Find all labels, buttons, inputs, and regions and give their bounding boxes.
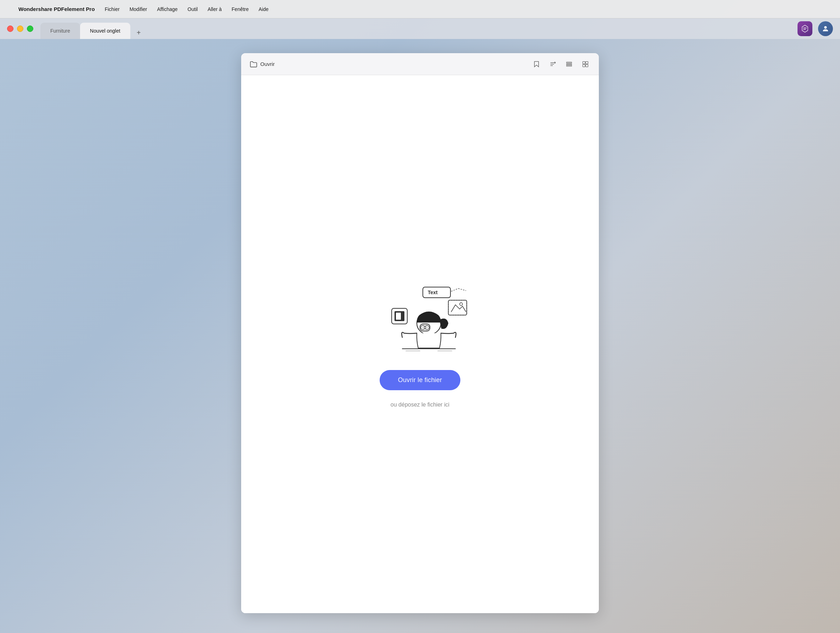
- svg-rect-9: [583, 64, 585, 66]
- menu-affichage[interactable]: Affichage: [157, 6, 177, 12]
- tab-furniture[interactable]: Furniture: [40, 23, 80, 39]
- grid-view-icon[interactable]: [580, 59, 591, 69]
- svg-rect-19: [396, 313, 401, 320]
- svg-point-25: [426, 326, 428, 329]
- grid-view-svg: [582, 61, 589, 68]
- menu-aide[interactable]: Aide: [259, 6, 268, 12]
- svg-line-13: [458, 288, 466, 291]
- svg-rect-4: [567, 62, 572, 63]
- open-label: Ouvrir: [260, 61, 275, 67]
- app-name: Wondershare PDFelement Pro: [18, 6, 95, 12]
- svg-rect-6: [567, 65, 572, 66]
- tab-nouvel-onglet-label: Nouvel onglet: [90, 28, 120, 34]
- maximize-window-button[interactable]: [27, 25, 33, 32]
- main-area: Ouvrir: [0, 39, 840, 633]
- menu-fenetre[interactable]: Fenêtre: [232, 6, 249, 12]
- svg-rect-14: [448, 300, 467, 315]
- minimize-window-button[interactable]: [17, 25, 24, 32]
- sort-icon[interactable]: [548, 59, 558, 69]
- open-file-label: Ouvrir le fichier: [398, 377, 442, 383]
- sort-svg: [549, 61, 556, 68]
- bookmark-svg: [533, 61, 540, 68]
- drop-hint: ou déposez le fichier ici: [391, 402, 449, 408]
- svg-rect-10: [586, 64, 588, 66]
- svg-rect-8: [586, 61, 588, 64]
- traffic-lights: [0, 25, 40, 32]
- svg-line-12: [451, 288, 458, 291]
- list-view-icon[interactable]: [564, 59, 574, 69]
- user-icon: [822, 25, 829, 33]
- tab-nouvel-onglet[interactable]: Nouvel onglet: [80, 23, 130, 39]
- menu-modifier[interactable]: Modifier: [129, 6, 147, 12]
- open-file-button[interactable]: Ouvrir le fichier: [380, 370, 460, 390]
- tabbar: Furniture Nouvel onglet +: [0, 19, 840, 39]
- svg-point-0: [824, 26, 827, 29]
- illustration: Text: [370, 281, 470, 359]
- close-window-button[interactable]: [7, 25, 13, 32]
- illustration-text-label: Text: [428, 290, 438, 295]
- add-tab-button[interactable]: +: [133, 26, 145, 39]
- bookmark-icon[interactable]: [532, 59, 542, 69]
- svg-rect-7: [583, 61, 585, 64]
- menubar: Wondershare PDFelement Pro Fichier Modif…: [0, 0, 840, 19]
- menu-outil[interactable]: Outil: [188, 6, 198, 12]
- tab-furniture-label: Furniture: [50, 28, 70, 34]
- empty-state: Text: [370, 281, 470, 408]
- add-tab-icon: +: [137, 29, 141, 37]
- folder-icon: [249, 61, 257, 67]
- doc-toolbar: Ouvrir: [241, 53, 599, 75]
- svg-rect-26: [424, 326, 426, 329]
- menu-aller[interactable]: Aller à: [207, 6, 222, 12]
- tabbar-right: [797, 21, 840, 36]
- document-panel: Ouvrir: [241, 53, 599, 613]
- svg-point-24: [422, 326, 424, 329]
- toolbar-icons: [532, 59, 591, 69]
- doc-content: Text: [241, 75, 599, 613]
- empty-state-illustration: Text: [370, 281, 470, 359]
- pdfelement-logo-icon: [801, 24, 809, 33]
- open-button[interactable]: Ouvrir: [249, 61, 275, 67]
- svg-rect-5: [567, 63, 572, 65]
- pdfelement-icon[interactable]: [797, 21, 812, 36]
- list-view-svg: [565, 61, 573, 68]
- tabs-area: Furniture Nouvel onglet +: [40, 19, 797, 39]
- menu-fichier[interactable]: Fichier: [105, 6, 120, 12]
- user-avatar[interactable]: [818, 21, 833, 36]
